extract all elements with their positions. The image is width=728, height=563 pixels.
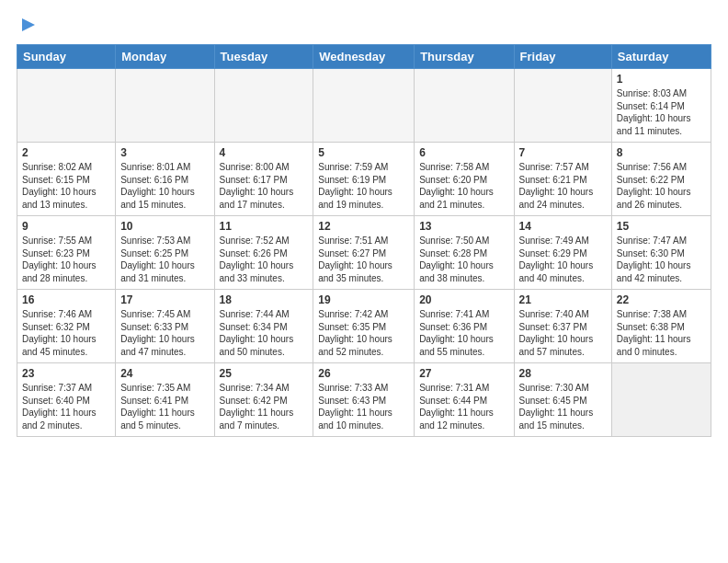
calendar-cell: 7Sunrise: 7:57 AM Sunset: 6:21 PM Daylig…	[514, 143, 611, 216]
day-number: 5	[318, 146, 409, 159]
day-info: Sunrise: 7:38 AM Sunset: 6:38 PM Dayligh…	[617, 308, 706, 358]
day-info: Sunrise: 7:50 AM Sunset: 6:28 PM Dayligh…	[419, 235, 508, 284]
calendar-cell: 11Sunrise: 7:52 AM Sunset: 6:26 PM Dayli…	[214, 216, 313, 290]
calendar-cell: 18Sunrise: 7:44 AM Sunset: 6:34 PM Dayli…	[214, 290, 313, 363]
calendar-cell	[415, 69, 514, 143]
calendar-cell: 13Sunrise: 7:50 AM Sunset: 6:28 PM Dayli…	[415, 216, 514, 290]
calendar-cell: 4Sunrise: 8:00 AM Sunset: 6:17 PM Daylig…	[214, 143, 313, 216]
logo-arrow-icon	[18, 15, 39, 35]
day-info: Sunrise: 7:41 AM Sunset: 6:36 PM Dayligh…	[419, 308, 508, 358]
day-number: 8	[617, 146, 706, 159]
day-info: Sunrise: 7:52 AM Sunset: 6:26 PM Dayligh…	[220, 235, 309, 284]
day-number: 20	[419, 293, 508, 306]
day-number: 24	[120, 367, 209, 380]
day-number: 25	[220, 367, 309, 380]
day-number: 6	[419, 146, 508, 159]
day-number: 14	[519, 220, 607, 233]
day-number: 10	[120, 220, 209, 233]
day-info: Sunrise: 7:45 AM Sunset: 6:33 PM Dayligh…	[120, 308, 209, 358]
day-info: Sunrise: 7:59 AM Sunset: 6:19 PM Dayligh…	[318, 161, 409, 211]
day-info: Sunrise: 7:40 AM Sunset: 6:37 PM Dayligh…	[519, 308, 607, 358]
calendar-week-row: 23Sunrise: 7:37 AM Sunset: 6:40 PM Dayli…	[17, 363, 711, 437]
day-number: 23	[22, 367, 110, 380]
calendar-header-monday: Monday	[116, 45, 214, 69]
day-number: 4	[220, 146, 309, 159]
day-info: Sunrise: 7:33 AM Sunset: 6:43 PM Dayligh…	[318, 382, 409, 431]
calendar-cell	[214, 69, 313, 143]
day-info: Sunrise: 8:02 AM Sunset: 6:15 PM Dayligh…	[22, 161, 110, 211]
logo	[17, 17, 39, 35]
day-info: Sunrise: 7:42 AM Sunset: 6:35 PM Dayligh…	[318, 308, 409, 358]
calendar-cell: 14Sunrise: 7:49 AM Sunset: 6:29 PM Dayli…	[514, 216, 611, 290]
day-info: Sunrise: 7:58 AM Sunset: 6:20 PM Dayligh…	[419, 161, 508, 211]
day-number: 18	[220, 293, 309, 306]
day-number: 26	[318, 367, 409, 380]
calendar-cell	[17, 69, 116, 143]
calendar-cell	[116, 69, 214, 143]
calendar-cell: 5Sunrise: 7:59 AM Sunset: 6:19 PM Daylig…	[313, 143, 415, 216]
day-info: Sunrise: 8:00 AM Sunset: 6:17 PM Dayligh…	[220, 161, 309, 211]
calendar-cell	[313, 69, 415, 143]
day-info: Sunrise: 7:57 AM Sunset: 6:21 PM Dayligh…	[519, 161, 607, 211]
day-number: 7	[519, 146, 607, 159]
day-info: Sunrise: 7:44 AM Sunset: 6:34 PM Dayligh…	[220, 308, 309, 358]
day-info: Sunrise: 7:51 AM Sunset: 6:27 PM Dayligh…	[318, 235, 409, 284]
header	[17, 17, 711, 35]
calendar-cell: 20Sunrise: 7:41 AM Sunset: 6:36 PM Dayli…	[415, 290, 514, 363]
calendar-header-row: SundayMondayTuesdayWednesdayThursdayFrid…	[17, 45, 711, 69]
day-info: Sunrise: 7:53 AM Sunset: 6:25 PM Dayligh…	[120, 235, 209, 284]
day-info: Sunrise: 7:35 AM Sunset: 6:41 PM Dayligh…	[120, 382, 209, 431]
calendar-cell: 27Sunrise: 7:31 AM Sunset: 6:44 PM Dayli…	[415, 363, 514, 437]
day-number: 13	[419, 220, 508, 233]
calendar-cell: 17Sunrise: 7:45 AM Sunset: 6:33 PM Dayli…	[116, 290, 214, 363]
calendar-cell: 6Sunrise: 7:58 AM Sunset: 6:20 PM Daylig…	[415, 143, 514, 216]
day-number: 11	[220, 220, 309, 233]
day-number: 19	[318, 293, 409, 306]
calendar-header-sunday: Sunday	[17, 45, 116, 69]
day-info: Sunrise: 7:55 AM Sunset: 6:23 PM Dayligh…	[22, 235, 110, 284]
calendar-week-row: 2Sunrise: 8:02 AM Sunset: 6:15 PM Daylig…	[17, 143, 711, 216]
calendar-header-friday: Friday	[514, 45, 611, 69]
calendar-cell: 3Sunrise: 8:01 AM Sunset: 6:16 PM Daylig…	[116, 143, 214, 216]
svg-marker-0	[22, 18, 35, 31]
day-number: 9	[22, 220, 110, 233]
day-number: 22	[617, 293, 706, 306]
calendar-cell: 24Sunrise: 7:35 AM Sunset: 6:41 PM Dayli…	[116, 363, 214, 437]
day-info: Sunrise: 7:56 AM Sunset: 6:22 PM Dayligh…	[617, 161, 706, 211]
page: SundayMondayTuesdayWednesdayThursdayFrid…	[0, 0, 728, 563]
day-info: Sunrise: 7:49 AM Sunset: 6:29 PM Dayligh…	[519, 235, 607, 284]
day-number: 1	[617, 73, 706, 86]
calendar-cell: 10Sunrise: 7:53 AM Sunset: 6:25 PM Dayli…	[116, 216, 214, 290]
calendar-cell: 1Sunrise: 8:03 AM Sunset: 6:14 PM Daylig…	[611, 69, 711, 143]
calendar-table: SundayMondayTuesdayWednesdayThursdayFrid…	[17, 44, 711, 437]
day-number: 28	[519, 367, 607, 380]
day-number: 27	[419, 367, 508, 380]
calendar-cell: 19Sunrise: 7:42 AM Sunset: 6:35 PM Dayli…	[313, 290, 415, 363]
day-number: 3	[120, 146, 209, 159]
calendar-week-row: 1Sunrise: 8:03 AM Sunset: 6:14 PM Daylig…	[17, 69, 711, 143]
calendar-header-wednesday: Wednesday	[313, 45, 415, 69]
calendar-cell	[514, 69, 611, 143]
day-number: 17	[120, 293, 209, 306]
calendar-header-tuesday: Tuesday	[214, 45, 313, 69]
calendar-cell: 26Sunrise: 7:33 AM Sunset: 6:43 PM Dayli…	[313, 363, 415, 437]
calendar-cell: 21Sunrise: 7:40 AM Sunset: 6:37 PM Dayli…	[514, 290, 611, 363]
day-number: 12	[318, 220, 409, 233]
calendar-cell: 25Sunrise: 7:34 AM Sunset: 6:42 PM Dayli…	[214, 363, 313, 437]
calendar-header-thursday: Thursday	[415, 45, 514, 69]
calendar-cell: 12Sunrise: 7:51 AM Sunset: 6:27 PM Dayli…	[313, 216, 415, 290]
day-info: Sunrise: 7:31 AM Sunset: 6:44 PM Dayligh…	[419, 382, 508, 431]
day-info: Sunrise: 8:03 AM Sunset: 6:14 PM Dayligh…	[617, 87, 706, 137]
day-info: Sunrise: 8:01 AM Sunset: 6:16 PM Dayligh…	[120, 161, 209, 211]
calendar-cell: 9Sunrise: 7:55 AM Sunset: 6:23 PM Daylig…	[17, 216, 116, 290]
day-number: 16	[22, 293, 110, 306]
day-info: Sunrise: 7:47 AM Sunset: 6:30 PM Dayligh…	[617, 235, 706, 284]
calendar-cell: 16Sunrise: 7:46 AM Sunset: 6:32 PM Dayli…	[17, 290, 116, 363]
calendar-cell: 28Sunrise: 7:30 AM Sunset: 6:45 PM Dayli…	[514, 363, 611, 437]
day-number: 2	[22, 146, 110, 159]
calendar-cell: 23Sunrise: 7:37 AM Sunset: 6:40 PM Dayli…	[17, 363, 116, 437]
calendar-week-row: 16Sunrise: 7:46 AM Sunset: 6:32 PM Dayli…	[17, 290, 711, 363]
day-number: 15	[617, 220, 706, 233]
calendar-header-saturday: Saturday	[611, 45, 711, 69]
day-number: 21	[519, 293, 607, 306]
